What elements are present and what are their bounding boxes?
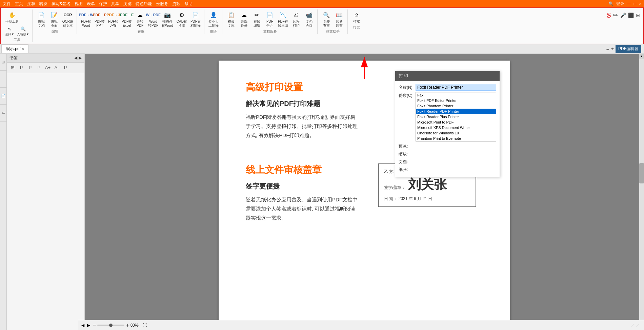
sig-name: 刘关张 (408, 177, 447, 192)
page-nav-next[interactable]: ▶ (87, 323, 90, 328)
printer-phantom-evernote[interactable]: Phantom Print to Evernote (416, 136, 496, 141)
sidebar-nav-prev[interactable]: ◀ (74, 56, 77, 60)
printer-onenote[interactable]: OneNote for Windows 10 (416, 130, 496, 136)
sidebar-tool-4[interactable]: P (62, 64, 69, 71)
pdf-to-jpg-button[interactable]: PDF→J PDF转JPG (107, 9, 120, 28)
cloud-backup-button[interactable]: ☁ 云端备份 (238, 9, 250, 28)
menu-item-cloud[interactable]: 云服务 (156, 1, 168, 7)
menu-item-convert[interactable]: 转换 (39, 1, 47, 7)
sig-date-label: 日 期： (384, 196, 397, 201)
page-nav-prev[interactable]: ◀ (81, 323, 84, 328)
menu-item-home[interactable]: 主页 (15, 1, 23, 7)
ocr-button[interactable]: OCR OCR识别文本 (61, 9, 75, 28)
menu-item-form[interactable]: 表单 (87, 1, 95, 7)
printer-foxit-editor[interactable]: Foxit PDF Editor Printer (416, 98, 496, 103)
printer-foxit-phantom[interactable]: Foxit Phantom Printer (416, 103, 496, 109)
login-button[interactable]: 登录 (616, 1, 624, 7)
apps-icon[interactable]: ⊞ (636, 13, 640, 18)
print-doc-label: 文档: (399, 158, 416, 165)
zoom-tool-button[interactable]: 🔍 入缩放▼ (16, 24, 30, 37)
sidebar-tool-3[interactable]: P (35, 64, 43, 71)
window-minimize[interactable]: — (627, 1, 631, 6)
menu-item-file[interactable]: 文件 (3, 1, 11, 7)
menu-item-features[interactable]: 特色功能 (136, 1, 152, 7)
hand-tool-button[interactable]: ✋ 手型工具 (4, 9, 20, 24)
printer-foxit-plus[interactable]: Foxit Reader Plus Printer (416, 114, 496, 119)
section1: 高级打印设置 解决常见的PDF打印难题 福昕PDF阅读器拥有强大的打印功能, 界… (246, 81, 483, 150)
panel-icon-4[interactable]: 🏷 (0, 105, 7, 122)
pdf-translate-button[interactable]: 📄 PDF文档翻译 (189, 9, 202, 28)
print-name-row: 名称(N): Foxit Reader PDF Printer (399, 84, 496, 91)
pdf-compress-button[interactable]: 📉 PDF在线压缩 (277, 9, 289, 28)
cad-converter-button[interactable]: ⚙ CAD转换器 (175, 9, 188, 28)
print-dialog: 打印 名称(N): Foxit Reader PDF Printer 份数(C)… (395, 71, 500, 177)
scan-icon: 📷 (163, 10, 172, 20)
window-close[interactable]: × (639, 1, 641, 6)
expand-icon[interactable]: ⛶ (143, 323, 147, 328)
select-tool-button[interactable]: ↖ 选择▼ (4, 24, 15, 37)
pdf-to-word-button[interactable]: PDF→W PDF转Word (80, 9, 93, 28)
input-method-label[interactable]: 中· (613, 13, 618, 18)
window-maximize[interactable]: □ (634, 1, 636, 6)
menu-item-loan[interactable]: 贷款 (172, 1, 180, 7)
template-button[interactable]: 📋 模板文库 (225, 9, 237, 28)
reading-survey-button[interactable]: 📖 阅卷调查 (333, 9, 345, 28)
mic-icon[interactable]: 🎤 (620, 13, 626, 18)
menu-item-comment[interactable]: 注释 (27, 1, 35, 7)
sig-date-row: 日 期： 2021 年 6 月 21 日 (384, 196, 470, 202)
menu-item-sign[interactable]: 填写&签名 (52, 1, 71, 7)
pdf-tab[interactable]: 演示.pdf × (1, 44, 28, 53)
tab-close-button[interactable]: × (22, 47, 24, 51)
printer-ms-pdf[interactable]: Microsoft Print to PDF (416, 119, 496, 125)
panel-icon-2[interactable] (0, 71, 7, 88)
pdf-to-excel-button[interactable]: PDF→E PDF转Excel (120, 9, 133, 28)
sidebar-tool-grid[interactable]: ⊞ (9, 64, 16, 71)
scrollbar-thumb[interactable] (639, 163, 644, 183)
sidebar-tool-2[interactable]: P (26, 64, 34, 71)
pdf-to-ppt-button[interactable]: PDF→P PDF转PPT (93, 9, 106, 28)
edit-page-button[interactable]: 📝 编辑页面 (48, 9, 60, 28)
online-edit-button[interactable]: ✏ 在线编辑 (251, 9, 263, 28)
menu-item-help[interactable]: 帮助 (184, 1, 193, 7)
tool-group-edit: 📄 编辑文档 📝 编辑页面 OCR OCR识别文本 编辑 (35, 9, 77, 34)
scan-to-word-button[interactable]: 📷 扫描件转Word (160, 9, 175, 28)
print-name-input[interactable]: Foxit Reader PDF Printer (416, 84, 496, 91)
menu-item-share[interactable]: 共享 (111, 1, 119, 7)
sidebar-tool-a-minus[interactable]: A- (53, 64, 60, 71)
scrollbar-up[interactable]: ▲ (639, 54, 644, 59)
menu-item-view[interactable]: 视图 (75, 1, 83, 7)
print-copies-row: 份数(C): Fax Foxit PDF Editor Printer Foxi… (399, 92, 496, 141)
panel-icon-1[interactable]: ⊞ (0, 54, 7, 71)
select-icon: ↖ (6, 25, 13, 32)
print-icon: 🖨 (352, 10, 361, 20)
panel-icon-3[interactable]: 📄 (0, 88, 7, 105)
sidebar-tool-1[interactable]: P (18, 64, 25, 71)
pdf-editor-label[interactable]: PDF编辑器 (616, 45, 641, 53)
menu-item-protect[interactable]: 保护 (99, 1, 107, 7)
printer-foxit-reader[interactable]: Foxit Reader PDF Printer (416, 109, 496, 114)
edit-doc-button[interactable]: 📄 编辑文档 (35, 9, 47, 28)
check-duplicate-button[interactable]: 🔍 免费查重 (320, 9, 333, 28)
word-to-pdf-button[interactable]: W→PDF Word转PDF (147, 9, 160, 28)
doc-meeting-button[interactable]: 📹 文档会议 (303, 9, 315, 28)
pro-translate-button[interactable]: 👤 专业人工翻译 (207, 9, 220, 28)
grid-icon[interactable]: ⬛ (628, 13, 634, 18)
printer-fax[interactable]: Fax (416, 92, 496, 98)
star-icon: ★ (611, 47, 614, 51)
cloud-to-pdf-button[interactable]: ☁ 云转PDF (134, 9, 146, 28)
pdf-merge-button[interactable]: 📄 PDF合并 (264, 9, 276, 28)
main-area: ⊞ 📄 🏷 书签 ◀ ▶ ⊞ P P P A+ A- P (0, 54, 644, 330)
zoom-plus-button[interactable]: + (126, 322, 129, 328)
zoom-slider[interactable] (97, 325, 124, 326)
scrollbar[interactable]: ▲ ▼ (639, 54, 644, 328)
remote-print-button[interactable]: 🖨 远程打印 (290, 9, 302, 28)
printer-ms-xps[interactable]: Microsoft XPS Document Writer (416, 125, 496, 130)
zoom-minus-button[interactable]: − (93, 322, 96, 328)
cloud-backup-icon: ☁ (239, 10, 249, 20)
sidebar-tool-a-plus[interactable]: A+ (44, 64, 52, 71)
print-button[interactable]: 🖨 打窝 (350, 9, 363, 24)
search-input-area[interactable]: 🔍 (608, 1, 613, 6)
pdf-page: 高级打印设置 解决常见的PDF打印难题 福昕PDF阅读器拥有强大的打印功能, 界… (219, 61, 510, 330)
menu-item-browse[interactable]: 浏览 (123, 1, 132, 7)
sidebar-nav-next[interactable]: ▶ (79, 56, 82, 60)
